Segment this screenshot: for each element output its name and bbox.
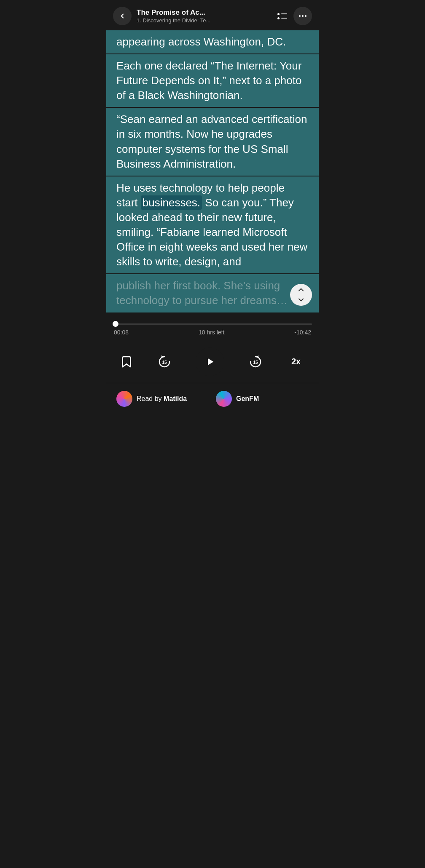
play-button[interactable]: [196, 347, 224, 376]
text-paragraph-3: “Sean earned an advanced certification i…: [106, 108, 319, 175]
skip-forward-button[interactable]: 15: [246, 353, 265, 371]
playlist-button[interactable]: [277, 10, 289, 22]
genfm-avatar: [216, 391, 232, 407]
progress-area: 00:08 10 hrs left -10:42: [106, 313, 319, 339]
collapse-button[interactable]: [290, 284, 312, 306]
highlighted-word: businesses.: [141, 195, 202, 210]
skip-back-seconds: 15: [162, 360, 167, 364]
more-options-button[interactable]: [293, 7, 312, 25]
header-titles: The Promise of Ac... 1. Discovering the …: [137, 8, 272, 24]
speed-button[interactable]: 2x: [287, 357, 305, 366]
text-content-section: appearing across Washington, DC. Each on…: [106, 30, 319, 312]
time-remaining: 10 hrs left: [199, 329, 224, 336]
end-time: -10:42: [294, 329, 311, 336]
skip-back-button[interactable]: 15: [155, 353, 174, 371]
book-title: The Promise of Ac...: [137, 8, 272, 17]
genfm-selector[interactable]: GenFM: [212, 389, 312, 409]
svg-marker-0: [208, 358, 213, 365]
text-paragraph-1: appearing across Washington, DC.: [106, 30, 319, 53]
progress-bar-track[interactable]: [113, 323, 312, 325]
matilda-avatar: [116, 391, 132, 407]
narrator-label: Read by Matilda: [137, 395, 187, 403]
bookmark-button[interactable]: [120, 355, 133, 369]
text-paragraph-2: Each one declared “The Internet: Your Fu…: [106, 54, 319, 107]
header: The Promise of Ac... 1. Discovering the …: [106, 0, 319, 30]
progress-thumb[interactable]: [113, 321, 118, 327]
skip-fwd-seconds: 15: [253, 360, 258, 364]
chapter-subtitle: 1. Discovering the Divide: Te...: [137, 17, 272, 24]
text-paragraph-4: He uses technology to help people start …: [106, 176, 319, 274]
narrator-selector[interactable]: Read by Matilda: [113, 389, 212, 409]
playback-controls: 15 15 2x: [106, 339, 319, 383]
text-paragraph-5: publish her first book. She’s using tech…: [106, 274, 319, 312]
reading-text: appearing across Washington, DC. Each on…: [106, 30, 319, 312]
back-button[interactable]: [113, 7, 132, 25]
header-actions: [277, 7, 312, 25]
time-labels: 00:08 10 hrs left -10:42: [113, 329, 312, 336]
bottom-bar: Read by Matilda GenFM: [106, 383, 319, 414]
current-time: 00:08: [114, 329, 129, 336]
genfm-label: GenFM: [236, 395, 259, 403]
